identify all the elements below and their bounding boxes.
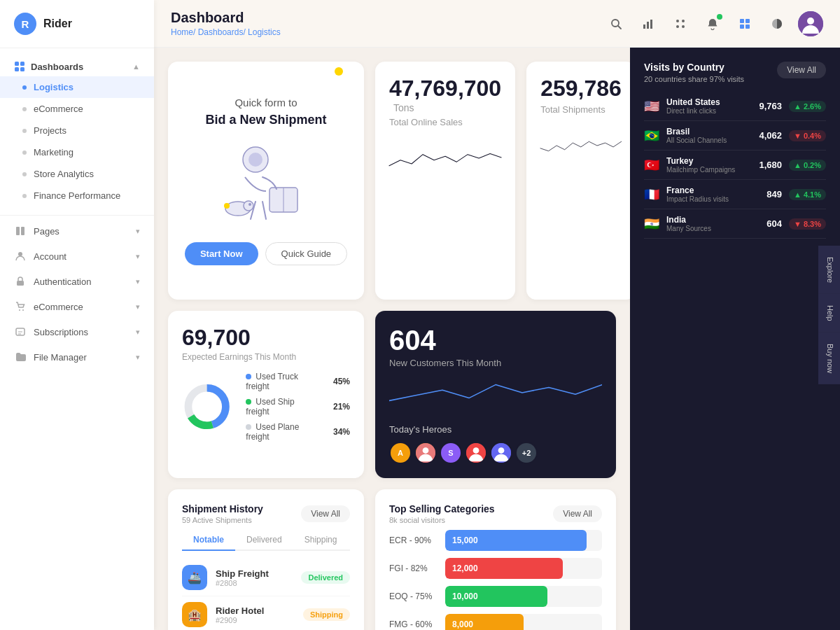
- sidebar-account[interactable]: Account ▾: [0, 244, 154, 269]
- bars-container: ECR - 90% 15,000 FGI - 82% 12,000: [389, 530, 602, 630]
- bar-ecr-fill: 15,000: [445, 530, 587, 551]
- decoration-dot-yellow: [335, 67, 343, 76]
- buy-now-tab[interactable]: Buy now: [818, 332, 840, 384]
- account-label: Account: [34, 251, 66, 262]
- total-shipments-card: 259,786 Total Shipments: [526, 62, 630, 300]
- total-shipments-number: 259,786: [540, 76, 622, 101]
- breadcrumb-home: Home/: [171, 27, 195, 37]
- bid-card: Quick form to Bid a New Shipment: [168, 62, 364, 300]
- bar-fmg-label: FMG - 60%: [389, 620, 438, 629]
- svg-point-37: [423, 447, 429, 454]
- grid-icon[interactable]: [669, 13, 692, 35]
- country-india-name: India: [666, 215, 746, 225]
- svg-point-16: [676, 20, 679, 22]
- topbar-actions: [605, 11, 823, 36]
- donut-area: Used Truck freight 45% Used Ship freight…: [182, 372, 350, 442]
- rider-hotel-name: Rider Hotel: [216, 606, 295, 616]
- flag-turkey: 🇹🇷: [644, 158, 659, 173]
- svg-rect-3: [20, 67, 24, 71]
- country-usa: 🇺🇸 United States Direct link clicks 9,76…: [644, 92, 826, 121]
- svg-line-12: [618, 26, 621, 29]
- sidebar-item-store-analytics-label: Store Analytics: [34, 169, 94, 179]
- sidebar-ecommerce-section[interactable]: eCommerce ▾: [0, 294, 154, 319]
- sidebar-subscriptions[interactable]: Subscriptions ▾: [0, 319, 154, 344]
- shipment-subtitle: 59 Active Shipments: [182, 516, 263, 524]
- country-brasil-visits: 4,062: [752, 130, 782, 141]
- sidebar: R Rider Dashboards ▲ Logistics eCommerce: [0, 0, 154, 630]
- svg-point-18: [676, 25, 679, 28]
- visits-title: Visits by Country: [644, 62, 744, 73]
- tab-shipping[interactable]: Shipping: [293, 530, 349, 551]
- side-tabs: Explore Help Buy now: [818, 246, 840, 384]
- tab-delivered[interactable]: Delivered: [235, 530, 293, 551]
- bar-fgi-fill: 12,000: [445, 558, 563, 579]
- bar-fmg-track: 8,000: [445, 614, 602, 630]
- country-france-src: Impact Radius visits: [666, 195, 746, 203]
- ship-freight-status: Delivered: [301, 571, 350, 584]
- breadcrumb-current: Logistics: [248, 27, 281, 37]
- sidebar-item-logistics[interactable]: Logistics: [0, 76, 154, 98]
- visits-view-all[interactable]: View All: [777, 62, 826, 78]
- country-usa-visits: 9,763: [752, 101, 782, 111]
- apps-icon[interactable]: [734, 13, 756, 35]
- bottom-row: Shipment History 59 Active Shipments Vie…: [168, 489, 616, 630]
- quick-guide-button[interactable]: Quick Guide: [265, 242, 348, 265]
- country-france-change: ▲ 4.1%: [789, 189, 826, 200]
- ship-freight-name: Ship Freight: [216, 568, 293, 579]
- hero-avatar-3: S: [440, 442, 462, 464]
- flag-france: 🇫🇷: [644, 187, 659, 202]
- notification-icon[interactable]: [701, 13, 724, 35]
- sidebar-item-marketing[interactable]: Marketing: [0, 141, 154, 163]
- search-icon[interactable]: [605, 13, 627, 35]
- total-sales-chart: [389, 137, 501, 179]
- sidebar-logo: R Rider: [0, 0, 154, 48]
- tab-notable[interactable]: Notable: [182, 530, 235, 551]
- total-shipments-header: 259,786: [540, 76, 622, 102]
- rider-hotel-id: #2909: [216, 616, 295, 624]
- ship-freight-icon: 🚢: [182, 565, 207, 590]
- user-avatar[interactable]: [798, 11, 823, 36]
- country-usa-change: ▲ 2.6%: [789, 101, 826, 112]
- selling-view-all[interactable]: View All: [553, 505, 602, 522]
- logo-name: Rider: [43, 18, 72, 30]
- subscriptions-icon: [14, 326, 27, 338]
- shipment-row-1: 🚢 Ship Freight #2808 Delivered: [182, 559, 350, 596]
- theme-toggle[interactable]: [766, 13, 788, 35]
- shipment-view-all[interactable]: View All: [301, 505, 350, 522]
- bar-eoq-fill: 10,000: [445, 586, 547, 607]
- shipment-title: Shipment History: [182, 503, 263, 514]
- svg-point-39: [473, 447, 479, 454]
- explore-tab[interactable]: Explore: [818, 246, 840, 294]
- country-turkey-visits: 1,680: [752, 160, 782, 170]
- dashboards-icon: Dashboards: [14, 61, 83, 72]
- start-now-button[interactable]: Start Now: [185, 242, 258, 265]
- bid-card-title: Quick form to: [234, 97, 297, 108]
- ship-freight-info: Ship Freight #2808: [216, 568, 293, 587]
- sidebar-item-ecommerce[interactable]: eCommerce: [0, 98, 154, 120]
- sidebar-pages[interactable]: Pages ▾: [0, 218, 154, 244]
- legend-truck: Used Truck freight 45%: [246, 372, 350, 391]
- sidebar-item-store-analytics[interactable]: Store Analytics: [0, 163, 154, 185]
- selling-title: Top Selling Categories: [389, 503, 495, 514]
- flag-usa: 🇺🇸: [644, 99, 659, 114]
- pages-label: Pages: [34, 226, 59, 237]
- sidebar-item-finance-performance[interactable]: Finance Performance: [0, 185, 154, 206]
- svg-point-27: [248, 153, 262, 167]
- sidebar-file-manager[interactable]: File Manager ▾: [0, 344, 154, 370]
- sidebar-authentication[interactable]: Authentication ▾: [0, 269, 154, 294]
- sidebar-item-marketing-label: Marketing: [34, 147, 74, 158]
- country-usa-name: United States: [666, 97, 746, 107]
- dashboards-group[interactable]: Dashboards ▲: [0, 54, 154, 76]
- country-france-info: France Impact Radius visits: [666, 186, 746, 203]
- svg-point-9: [22, 309, 24, 311]
- country-turkey-info: Turkey Mailchimp Campaigns: [666, 156, 746, 174]
- svg-rect-1: [20, 62, 24, 66]
- sidebar-item-ecommerce-label: eCommerce: [34, 104, 83, 114]
- svg-rect-14: [647, 22, 649, 29]
- bar-ecr: ECR - 90% 15,000: [389, 530, 602, 551]
- chart-icon[interactable]: [637, 13, 659, 35]
- help-tab[interactable]: Help: [818, 294, 840, 332]
- country-india-src: Many Sources: [666, 225, 746, 232]
- sidebar-item-projects[interactable]: Projects: [0, 120, 154, 141]
- legend-ship-pct: 21%: [333, 402, 350, 412]
